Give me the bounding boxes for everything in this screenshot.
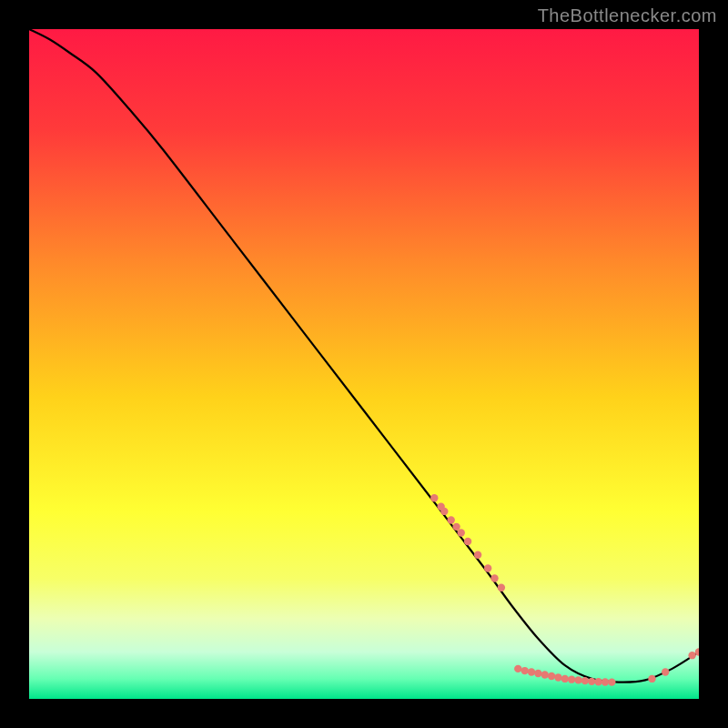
plot-area <box>29 29 699 699</box>
marker-point <box>474 551 481 559</box>
marker-point <box>490 574 498 581</box>
marker-point <box>458 529 465 536</box>
gradient-background <box>29 29 699 699</box>
marker-point <box>602 678 609 685</box>
attribution-label: TheBottlenecker.com <box>538 5 717 26</box>
chart-container: TheBottlenecker.com <box>0 0 728 728</box>
chart-svg <box>29 29 699 699</box>
marker-point <box>608 678 615 685</box>
marker-point <box>561 675 569 682</box>
marker-point <box>662 668 669 675</box>
marker-point <box>452 523 460 531</box>
marker-point <box>534 670 541 677</box>
marker-point <box>648 675 655 682</box>
marker-point <box>484 564 491 571</box>
marker-point <box>430 494 438 501</box>
marker-point <box>447 516 454 523</box>
marker-point <box>498 584 505 592</box>
marker-point <box>588 678 595 685</box>
marker-point <box>574 676 581 683</box>
marker-point <box>568 675 575 682</box>
marker-point <box>548 672 555 680</box>
marker-point <box>464 538 471 545</box>
marker-point <box>541 671 549 678</box>
marker-point <box>581 677 589 684</box>
marker-point <box>514 665 521 672</box>
marker-point <box>554 673 561 681</box>
marker-point <box>521 667 528 674</box>
marker-point <box>594 678 602 685</box>
marker-point <box>688 652 695 659</box>
marker-point <box>440 508 448 515</box>
marker-point <box>528 668 535 675</box>
